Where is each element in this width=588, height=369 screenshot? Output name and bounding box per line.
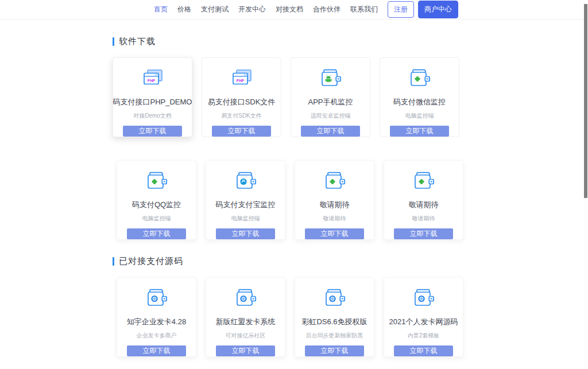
scrollbar-track[interactable]: [583, 0, 588, 369]
section-title: 已对接支付源码: [119, 256, 183, 267]
card-subtitle: 电脑监控端: [142, 215, 171, 223]
download-card: PHP 码支付接口PHP_DEMO 对接Demo文档 立即下载: [113, 57, 192, 137]
download-button[interactable]: 立即下载: [394, 345, 453, 356]
card-title: 彩虹DS6.6免授权版: [301, 317, 367, 327]
download-card: 2021个人发卡网源码 内置2套模板 立即下载: [384, 277, 463, 357]
register-button[interactable]: 注册: [388, 1, 414, 18]
wallet-green-icon: [143, 170, 171, 194]
nav-links: 首页价格支付测试开发中心对接文档合作伙伴联系我们: [154, 5, 378, 14]
download-button[interactable]: 立即下载: [127, 228, 186, 239]
card-title: 码支付接口PHP_DEMO: [113, 97, 192, 107]
section-2: 已对接支付源码 知宇企业发卡4.28 企业发卡多商户 立即下载: [113, 256, 588, 357]
download-card: 彩虹DS6.6免授权版 后台同步更新独家防黑 立即下载: [295, 277, 374, 357]
card-subtitle: 内置2套模板: [408, 332, 440, 340]
card-subtitle: 可对接亿乐社区: [226, 332, 266, 340]
download-button[interactable]: 立即下载: [216, 345, 275, 356]
download-card: APP手机监控 适用安卓监控端 立即下载: [291, 57, 370, 137]
download-card: 敬请期待 敬请期待 立即下载: [384, 160, 463, 240]
download-button[interactable]: 立即下载: [127, 345, 186, 356]
cards-row: PHP 码支付接口PHP_DEMO 对接Demo文档 立即下载 PHP 易支付接…: [113, 57, 588, 137]
card-title: 知宇企业发卡4.28: [127, 317, 186, 327]
nav-link-6[interactable]: 合作伙伴: [313, 5, 341, 14]
nav-link-7[interactable]: 联系我们: [350, 5, 378, 14]
cards-row: 码支付QQ监控 电脑监控端 立即下载 码支付支付宝监控 电脑监控端 立即下载: [117, 160, 588, 240]
card-subtitle: 敬请期待: [412, 215, 435, 223]
card-title: 2021个人发卡网源码: [389, 317, 458, 327]
wallet-green-icon: [406, 67, 434, 91]
card-subtitle: 企业发卡多商户: [137, 332, 177, 340]
nav-link-5[interactable]: 对接文档: [276, 5, 303, 14]
nav-link-3[interactable]: 支付测试: [201, 5, 229, 14]
download-button[interactable]: 立即下载: [305, 228, 364, 239]
section-accent-bar: [113, 257, 114, 266]
download-button[interactable]: 立即下载: [216, 228, 275, 239]
scrollbar-thumb[interactable]: [584, 4, 587, 198]
wallet-green-icon: [410, 170, 438, 194]
svg-text:PHP: PHP: [236, 79, 244, 83]
nav-link-2[interactable]: 价格: [177, 5, 191, 14]
download-card: 码支付微信监控 电脑监控端 立即下载: [380, 57, 459, 137]
card-subtitle: 后台同步更新独家防黑: [306, 332, 363, 340]
download-button[interactable]: 立即下载: [212, 126, 271, 137]
php-windows-icon: PHP: [139, 67, 167, 91]
card-subtitle: 对接Demo文档: [133, 112, 172, 120]
card-title: 易支付接口SDK文件: [208, 97, 276, 107]
card-title: APP手机监控: [308, 97, 353, 107]
wallet-gear-icon: [143, 287, 171, 311]
nav-link-1[interactable]: 首页: [154, 5, 168, 14]
download-card: 码支付QQ监控 电脑监控端 立即下载: [117, 160, 196, 240]
download-card: 知宇企业发卡4.28 企业发卡多商户 立即下载: [117, 277, 196, 357]
wallet-gear-icon: [410, 287, 438, 311]
section-header: 已对接支付源码: [113, 256, 588, 267]
download-button[interactable]: 立即下载: [123, 126, 182, 137]
download-button[interactable]: 立即下载: [390, 126, 449, 137]
card-title: 敬请期待: [320, 200, 350, 210]
card-title: 敬请期待: [409, 200, 439, 210]
card-subtitle: 电脑监控端: [405, 112, 434, 120]
download-button[interactable]: 立即下载: [394, 228, 453, 239]
download-card: 码支付支付宝监控 电脑监控端 立即下载: [206, 160, 285, 240]
download-card: 新版红盟发卡系统 可对接亿乐社区 立即下载: [206, 277, 285, 357]
wallet-alipay-icon: [232, 170, 260, 194]
card-subtitle: 易支付SDK文件: [221, 112, 262, 120]
card-title: 码支付微信监控: [393, 97, 446, 107]
download-button[interactable]: 立即下载: [305, 345, 364, 356]
section-accent-bar: [113, 37, 114, 46]
card-subtitle: 适用安卓监控端: [311, 112, 351, 120]
download-button[interactable]: 立即下载: [301, 126, 360, 137]
section-header: 软件下载: [113, 36, 588, 47]
section-1: 软件下载 PHP 码支付接口PHP_DEMO 对接Demo文档 立即下载 PHP…: [113, 36, 588, 240]
wallet-android-icon: [317, 67, 345, 91]
merchant-center-button[interactable]: 商户中心: [418, 1, 458, 18]
card-title: 码支付支付宝监控: [216, 200, 276, 210]
wallet-green-icon: [321, 170, 349, 194]
card-subtitle: 敬请期待: [323, 215, 346, 223]
cards-row: 知宇企业发卡4.28 企业发卡多商户 立即下载 新版红盟发卡系统 可对接亿乐社区…: [117, 277, 588, 357]
card-title: 新版红盟发卡系统: [216, 317, 276, 327]
nav-link-4[interactable]: 开发中心: [238, 5, 266, 14]
main-content: 软件下载 PHP 码支付接口PHP_DEMO 对接Demo文档 立即下载 PHP…: [0, 20, 588, 357]
section-title: 软件下载: [119, 36, 156, 47]
top-navbar: 首页价格支付测试开发中心对接文档合作伙伴联系我们 注册 商户中心: [0, 0, 588, 20]
card-subtitle: 电脑监控端: [231, 215, 260, 223]
wallet-gear-icon: [321, 287, 349, 311]
card-title: 码支付QQ监控: [132, 200, 181, 210]
download-card: 敬请期待 敬请期待 立即下载: [295, 160, 374, 240]
download-card: PHP 易支付接口SDK文件 易支付SDK文件 立即下载: [202, 57, 281, 137]
php-windows-icon: PHP: [228, 67, 256, 91]
wallet-gear-icon: [232, 287, 260, 311]
svg-text:PHP: PHP: [147, 79, 155, 83]
